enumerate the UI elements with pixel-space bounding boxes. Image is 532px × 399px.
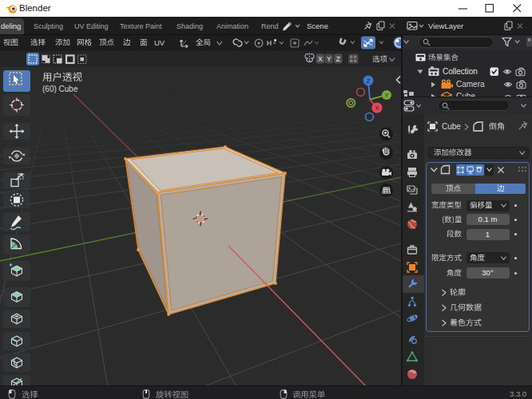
svg-text:X: X [375,105,379,112]
svg-text:X: X [318,55,323,63]
svg-text:Z: Z [336,55,340,63]
svg-text:Y: Y [327,55,332,63]
svg-text:Z: Z [367,77,371,85]
svg-text:Y: Y [384,92,388,99]
